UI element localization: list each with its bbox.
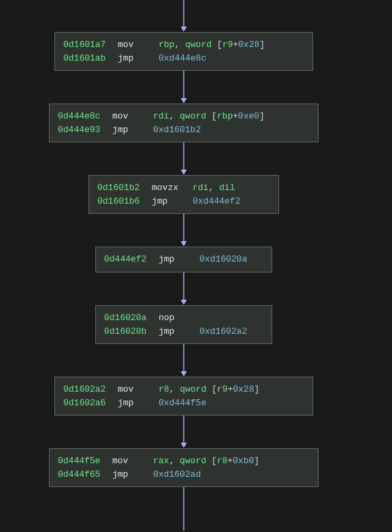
- address: 0d1601b6: [97, 195, 152, 208]
- operands: 0xd1602a2: [199, 325, 247, 339]
- operand-token: rdi: [153, 111, 169, 121]
- instruction-row[interactable]: 0d444f5emovrax, qword [r8+0xb0]: [58, 454, 310, 468]
- cfg-block[interactable]: 0d1601a7movrbp, qword [r9+0x28]0d1601abj…: [54, 32, 313, 71]
- instruction-row[interactable]: 0d1602a2movr8, qword [r9+0x28]: [63, 383, 304, 396]
- operand-token: +: [233, 111, 238, 121]
- instruction-row[interactable]: 0d444f65jmp0xd1602ad: [58, 468, 310, 482]
- operand-token: ,: [169, 111, 180, 121]
- mnemonic: jmp: [159, 253, 199, 266]
- operand-token: dil: [219, 183, 235, 193]
- address: 0d444f5e: [58, 454, 112, 468]
- operand-token: 0xe0: [238, 111, 259, 121]
- mnemonic: nop: [159, 311, 199, 325]
- address: 0d444e8c: [58, 110, 112, 123]
- operand-token: ,: [174, 40, 185, 50]
- address: 0d1601ab: [63, 52, 118, 65]
- mnemonic: mov: [112, 454, 153, 468]
- operand-token: 0xd444e8c: [159, 53, 206, 63]
- address: 0d444ef2: [104, 253, 159, 266]
- operand-token: ]: [259, 111, 265, 121]
- operand-token: qword: [185, 40, 212, 50]
- instruction-row[interactable]: 0d1601b2movzxrdi, dil: [97, 181, 270, 195]
- operand-token: qword: [180, 384, 206, 394]
- operand-token: 0xd16020a: [199, 254, 247, 264]
- mnemonic: movzx: [152, 181, 193, 195]
- cfg-block[interactable]: 0d16020anop0d16020bjmp0xd1602a2: [95, 305, 272, 344]
- operand-token: r9: [223, 40, 233, 50]
- operand-token: [: [206, 384, 217, 394]
- address: 0d1602a6: [63, 396, 118, 410]
- cfg-block[interactable]: 0d1602a2movr8, qword [r9+0x28]0d1602a6jm…: [54, 377, 313, 416]
- operand-token: rax: [153, 456, 169, 466]
- operands: 0xd444e8c: [159, 52, 206, 65]
- cfg-block[interactable]: 0d1601b2movzxrdi, dil0d1601b6jmp0xd444ef…: [88, 175, 279, 214]
- mnemonic: jmp: [159, 325, 199, 339]
- operand-token: ]: [259, 40, 265, 50]
- mnemonic: jmp: [112, 468, 153, 482]
- operand-token: ,: [169, 456, 180, 466]
- operands: 0xd16020a: [199, 253, 247, 266]
- operand-token: r9: [217, 384, 228, 394]
- operand-token: ,: [169, 384, 180, 394]
- cfg-block[interactable]: 0d444f5emovrax, qword [r8+0xb0]0d444f65j…: [49, 448, 318, 487]
- cfg-block[interactable]: 0d444ef2jmp0xd16020a: [95, 247, 272, 272]
- operands: rax, qword [r8+0xb0]: [153, 454, 259, 468]
- operand-token: 0xd1601b2: [153, 125, 201, 135]
- operand-token: 0x28: [233, 384, 254, 394]
- mnemonic: mov: [112, 110, 153, 123]
- instruction-row[interactable]: 0d444e93jmp0xd1601b2: [58, 123, 310, 137]
- address: 0d16020b: [104, 325, 159, 339]
- operand-token: +: [233, 40, 238, 50]
- operands: 0xd444ef2: [193, 195, 240, 208]
- instruction-row[interactable]: 0d1601abjmp0xd444e8c: [63, 52, 304, 65]
- mnemonic: mov: [118, 383, 159, 396]
- operands: 0xd1601b2: [153, 123, 201, 137]
- instruction-row[interactable]: 0d16020anop: [104, 311, 263, 325]
- operand-token: 0xd1602a2: [199, 326, 247, 337]
- instruction-row[interactable]: 0d1602a6jmp0xd444f5e: [63, 396, 304, 410]
- operand-token: rbp: [217, 111, 233, 121]
- address: 0d1601a7: [63, 38, 118, 52]
- address: 0d444e93: [58, 123, 112, 137]
- cfg-canvas: 0d1601a7movrbp, qword [r9+0x28]0d1601abj…: [0, 0, 392, 532]
- address: 0d16020a: [104, 311, 159, 325]
- operand-token: r8: [159, 384, 169, 394]
- operands: rdi, qword [rbp+0xe0]: [153, 110, 265, 123]
- instruction-row[interactable]: 0d16020bjmp0xd1602a2: [104, 325, 263, 339]
- instruction-row[interactable]: 0d444e8cmovrdi, qword [rbp+0xe0]: [58, 110, 310, 123]
- operand-token: [: [206, 111, 217, 121]
- operand-token: 0x28: [238, 40, 259, 50]
- address: 0d444f65: [58, 468, 112, 482]
- operand-token: rdi: [193, 183, 208, 193]
- operand-token: qword: [180, 111, 206, 121]
- mnemonic: jmp: [118, 52, 159, 65]
- operand-token: r8: [217, 456, 228, 466]
- operand-token: +: [227, 456, 233, 466]
- address: 0d1601b2: [97, 181, 152, 195]
- operands: 0xd1602ad: [153, 468, 201, 482]
- operand-token: qword: [180, 456, 206, 466]
- operand-token: ,: [208, 183, 219, 193]
- operand-token: 0xd1602ad: [153, 469, 201, 480]
- operand-token: ]: [254, 384, 259, 394]
- mnemonic: jmp: [152, 195, 193, 208]
- operand-token: 0xd444f5e: [159, 398, 206, 408]
- operand-token: [: [206, 456, 217, 466]
- operands: rdi, dil: [193, 181, 235, 195]
- operand-token: 0xb0: [233, 456, 254, 466]
- cfg-block[interactable]: 0d444e8cmovrdi, qword [rbp+0xe0]0d444e93…: [49, 104, 318, 142]
- operands: rbp, qword [r9+0x28]: [159, 38, 265, 52]
- instruction-row[interactable]: 0d444ef2jmp0xd16020a: [104, 253, 263, 266]
- instruction-row[interactable]: 0d1601a7movrbp, qword [r9+0x28]: [63, 38, 304, 52]
- operand-token: ]: [254, 456, 259, 466]
- mnemonic: jmp: [112, 123, 153, 137]
- mnemonic: mov: [118, 38, 159, 52]
- operand-token: rbp: [159, 40, 174, 50]
- operand-token: 0xd444ef2: [193, 196, 240, 206]
- instruction-row[interactable]: 0d1601b6jmp0xd444ef2: [97, 195, 270, 208]
- address: 0d1602a2: [63, 383, 118, 396]
- operand-token: [: [212, 40, 223, 50]
- mnemonic: jmp: [118, 396, 159, 410]
- operands: r8, qword [r9+0x28]: [159, 383, 259, 396]
- operands: 0xd444f5e: [159, 396, 206, 410]
